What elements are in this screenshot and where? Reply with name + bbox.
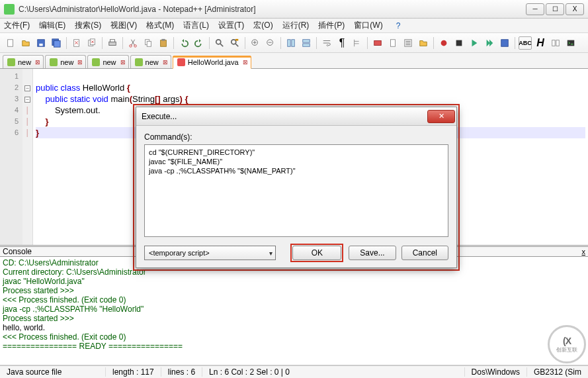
zoom-out-icon[interactable] [264,36,277,50]
minimize-button[interactable]: ─ [526,3,544,15]
svg-rect-32 [556,40,559,46]
tab-label: HelloWorld.java [188,58,239,66]
cut-icon[interactable] [126,36,140,50]
svg-rect-4 [54,40,61,47]
replace-icon[interactable] [228,36,241,50]
play-icon[interactable] [468,36,481,50]
watermark: (X 创新互联 [548,325,586,363]
wrap-icon[interactable] [320,36,333,50]
close-button[interactable]: X [566,3,584,15]
redo-icon[interactable] [192,36,206,50]
tab[interactable]: new⊠ [45,55,86,68]
zoom-in-icon[interactable] [249,36,262,50]
undo-icon[interactable] [177,36,190,50]
ok-button[interactable]: OK [292,246,341,260]
doc-map-icon[interactable] [386,36,399,50]
menu-format[interactable]: 格式(M) [146,20,174,31]
paste-icon[interactable] [157,36,170,50]
h-icon[interactable]: H [534,36,547,50]
func-list-icon[interactable] [401,36,415,50]
svg-point-16 [216,39,221,44]
svg-point-17 [231,39,236,44]
close-all-icon[interactable] [85,36,99,50]
find-icon[interactable] [213,36,226,50]
copy-icon[interactable] [142,36,155,50]
tab-close-icon[interactable]: ⊠ [77,59,83,66]
svg-rect-30 [501,39,509,46]
svg-rect-22 [292,39,294,46]
svg-rect-21 [288,39,290,46]
sync-v-icon[interactable] [284,36,298,50]
tab[interactable]: new⊠ [87,55,128,68]
folder-icon[interactable] [417,36,430,50]
svg-rect-2 [39,43,42,46]
menu-run[interactable]: 运行(R) [282,20,310,31]
tab[interactable]: new⊠ [130,55,171,68]
dialog-titlebar[interactable]: Execute... ✕ [136,107,456,126]
indent-guide-icon[interactable] [351,36,364,50]
tab-close-icon[interactable]: ⊠ [242,59,249,66]
save-all-icon[interactable] [50,36,63,50]
svg-rect-26 [391,39,396,46]
menu-settings[interactable]: 设置(T) [218,20,244,31]
menu-search[interactable]: 搜索(S) [75,20,101,31]
svg-rect-13 [147,41,151,46]
stop-icon[interactable] [452,36,466,50]
cancel-button[interactable]: Cancel [401,246,448,260]
save-icon[interactable] [34,36,48,50]
tab-close-icon[interactable]: ⊠ [34,59,41,66]
menu-help[interactable]: ? [396,21,401,30]
script-combo[interactable]: <temporary script> [144,246,276,260]
tab-close-icon[interactable]: ⊠ [120,59,126,66]
tab-label: new [146,58,159,66]
line-numbers: 123456 [0,69,22,245]
fold-margin[interactable]: −−│││ [22,69,33,245]
new-icon[interactable] [4,36,17,50]
svg-rect-23 [303,39,310,42]
all-chars-icon[interactable]: ¶ [335,36,349,50]
record-icon[interactable] [437,36,450,50]
lang-icon[interactable] [371,36,384,50]
sync-h-icon[interactable] [300,36,313,50]
menu-macro[interactable]: 宏(O) [253,20,273,31]
dialog-footer: <temporary script> OK Save... Cancel [144,244,448,262]
spellcheck-icon[interactable]: ABC [519,36,532,50]
window-buttons: ─ ☐ X [526,3,584,15]
menu-file[interactable]: 文件(F) [4,20,30,31]
svg-rect-29 [456,40,462,46]
open-icon[interactable] [19,36,32,50]
nppexec-icon[interactable] [564,36,577,50]
print-icon[interactable] [106,36,119,50]
close-file-icon[interactable] [70,36,83,50]
console-title: Console [3,247,32,256]
svg-rect-0 [8,39,13,46]
play-multi-icon[interactable] [483,36,496,50]
svg-rect-25 [374,40,382,45]
status-pos: Ln : 6 Col : 2 Sel : 0 | 0 [202,367,465,377]
tab-label: new [60,58,73,66]
menu-window[interactable]: 窗口(W) [354,20,382,31]
status-encoding: GB2312 (Sim [527,367,588,377]
menu-plugins[interactable]: 插件(P) [318,20,345,31]
menu-edit[interactable]: 编辑(E) [39,20,65,31]
status-length: length : 117 [106,367,161,377]
tab[interactable]: new⊠ [3,55,44,68]
tab-label: new [18,58,31,66]
compare-icon[interactable] [549,36,562,50]
tab-close-icon[interactable]: ⊠ [162,59,169,66]
console-close-icon[interactable]: x [582,248,586,256]
tab-icon [50,58,58,66]
menu-view[interactable]: 视图(V) [110,20,137,31]
dialog-close-button[interactable]: ✕ [427,110,455,123]
status-type: Java source file [0,367,106,377]
commands-textarea[interactable]: cd "$(CURRENT_DIRECTORY)" javac "$(FILE_… [144,144,448,237]
tab-icon [177,58,185,66]
tab[interactable]: HelloWorld.java⊠ [173,56,251,69]
maximize-button[interactable]: ☐ [546,3,564,15]
svg-rect-8 [109,42,116,45]
save-button[interactable]: Save... [349,246,396,260]
menu-language[interactable]: 语言(L) [183,20,209,31]
save-macro-icon[interactable] [498,36,511,50]
dialog-highlight: Execute... ✕ Command(s): cd "$(CURRENT_D… [133,104,460,271]
console[interactable]: CD: C:\Users\AdministratorCurrent direct… [0,257,588,352]
